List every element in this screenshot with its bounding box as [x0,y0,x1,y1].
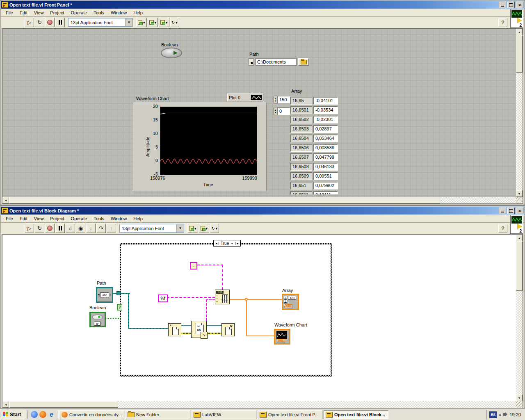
font-selector[interactable]: 13pt Application Font ▼ [68,18,133,27]
volume-icon[interactable] [503,413,506,416]
array-cell[interactable]: 16,6504 [290,135,312,142]
case-structure[interactable] [120,243,332,377]
menu-operate[interactable]: Operate [68,9,91,16]
menu-window[interactable]: Window [107,215,130,222]
array-cell[interactable]: 0,12111 [313,191,338,194]
scroll-left-icon[interactable]: ◄ [2,401,9,408]
array-cell[interactable]: 16,65 [290,97,312,105]
menu-help[interactable]: Help [130,9,146,16]
open-create-file-function[interactable]: * [168,323,181,336]
string-constant[interactable]: - [190,262,197,269]
internet-explorer-icon[interactable]: e [48,411,55,418]
plot-area[interactable] [160,107,257,175]
case-dropdown-icon[interactable]: ▼ [231,242,233,245]
scroll-down-icon[interactable]: ▼ [516,190,523,197]
maximize-button[interactable] [507,2,515,8]
front-panel-titlebar[interactable]: Open text file.vi Front Panel * × [1,1,524,9]
step-into-button[interactable]: ↓ [86,224,96,233]
array-cell[interactable]: 16,651 [290,182,312,189]
boolean-push-button[interactable] [161,48,182,58]
format-string-constant[interactable]: %f [158,294,168,302]
vertical-scrollbar[interactable]: ▲ ▼ [516,235,523,401]
minimize-button[interactable] [499,2,506,8]
path-value-field[interactable]: C:\Documents [256,58,297,66]
retain-wire-values-button[interactable]: ◉ [76,224,85,233]
array-col-index-value[interactable]: 0 [278,107,290,115]
block-diagram-titlebar[interactable]: Open text file.vi Block Diagram * × [1,207,524,215]
array-cell[interactable]: 0,02897 [313,125,338,133]
taskbar-item[interactable]: Open text file.vi Front P... [258,410,322,419]
scrollbar-thumb[interactable] [9,197,440,203]
index-spinner-icon[interactable]: ▲▼ [273,107,278,115]
close-button[interactable]: × [516,208,523,214]
scrollbar-thumb[interactable] [9,401,118,408]
align-objects-button[interactable]: ▾ [136,18,147,27]
array-cell[interactable]: 0,053464 [313,135,338,142]
close-file-function[interactable]: × [221,323,235,336]
path-terminal[interactable]: ¶ abc ▸ [96,287,113,303]
front-panel-canvas[interactable]: Boolean Path C:\Documents Waveform Chart… [2,29,516,197]
array-cell[interactable]: 0,079902 [313,182,338,189]
case-selector[interactable]: ◄ True▼ ► [213,240,241,247]
run-button[interactable]: ▷ [25,18,34,27]
firefox-icon[interactable] [39,411,46,418]
waveform-chart[interactable]: Waveform Chart Plot 0 Amplitude 20151050… [133,94,267,191]
array-cell[interactable]: 16,6511 [290,191,312,194]
menu-tools[interactable]: Tools [90,215,107,222]
case-next-icon[interactable]: ► [235,242,240,245]
align-objects-button[interactable]: ▾ [187,224,198,233]
help-button[interactable]: ? [498,224,507,233]
array-cell[interactable]: 0,09551 [313,172,338,180]
menu-tools[interactable]: Tools [90,9,107,16]
menu-view[interactable]: View [31,9,47,16]
scroll-left-icon[interactable]: ◄ [2,197,9,203]
menu-edit[interactable]: Edit [16,9,31,16]
boolean-terminal[interactable]: TF [89,312,106,327]
plot-legend[interactable]: Plot 0 [227,94,263,101]
index-spinner-icon[interactable]: ▲▼ [273,96,278,104]
menu-help[interactable]: Help [130,215,146,222]
distribute-objects-button[interactable]: ▾ [148,18,158,27]
case-prev-icon[interactable]: ◄ [214,242,219,245]
scrollbar-thumb[interactable] [516,36,523,73]
array-cell[interactable]: 16,6506 [290,144,312,152]
array-cell[interactable]: 0,046133 [313,163,338,171]
start-button[interactable]: Start [1,410,26,419]
array-cell[interactable]: 16,6507 [290,153,312,161]
spreadsheet-string-to-array-function[interactable]: %.3f +++ → [215,290,230,304]
close-button[interactable]: × [516,2,523,8]
taskbar-item[interactable]: New Folder [126,410,190,419]
case-tunnel[interactable] [116,291,121,295]
font-selector[interactable]: 13pt Application Font ▼ [119,224,184,233]
pause-button[interactable] [55,224,65,233]
horizontal-scrollbar[interactable]: ◄ [2,401,516,408]
read-text-file-function[interactable]: ∞ ab ↘ [191,321,207,338]
array-cell[interactable]: 0,047799 [313,153,338,161]
distribute-objects-button[interactable]: ▾ [199,224,210,233]
array-cell[interactable]: 0,008586 [313,144,338,152]
combo-arrow-icon[interactable]: ▼ [125,18,132,26]
waveform-chart-terminal[interactable]: DBL [274,329,290,345]
array-terminal[interactable]: i j k 123 DBL [282,294,299,310]
abort-button[interactable] [45,224,55,233]
menu-window[interactable]: Window [107,9,130,16]
menu-file[interactable]: File [2,9,16,16]
menu-edit[interactable]: Edit [16,215,31,222]
path-type-icon[interactable] [249,58,254,66]
minimize-button[interactable] [499,208,506,214]
app-icon[interactable] [31,411,38,418]
taskbar-item[interactable]: Convertir en données dy... [59,410,124,419]
menu-project[interactable]: Project [47,215,67,222]
array-cell[interactable]: 16,6502 [290,116,312,123]
combo-arrow-icon[interactable]: ▼ [176,224,184,232]
array-cell[interactable]: -0,03534 [313,106,338,114]
array-cell[interactable]: -0,04101 [313,97,338,105]
array-cell[interactable]: 16,6503 [290,125,312,133]
language-indicator[interactable]: ES [489,411,497,418]
step-over-button[interactable]: ↷ [96,224,106,233]
array-cell[interactable]: -0,02301 [313,116,338,123]
vertical-scrollbar[interactable]: ▲ ▼ [516,29,523,197]
step-out-button[interactable]: ↑ [107,224,116,233]
reorder-button[interactable]: ↻▾ [210,224,219,233]
array-row-index-value[interactable]: 150 [278,96,290,103]
